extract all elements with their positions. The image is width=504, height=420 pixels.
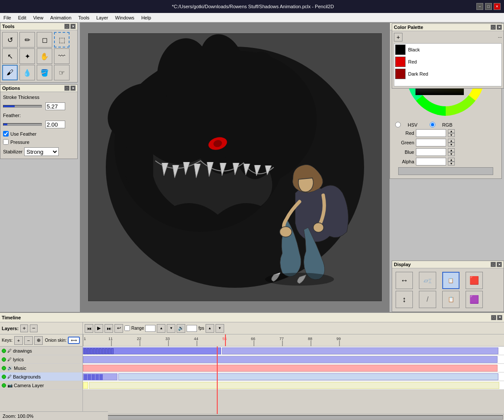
layer-item-drawings[interactable]: 🖊 drawings bbox=[0, 347, 82, 355]
display-close-button[interactable]: ✕ bbox=[497, 262, 502, 267]
flip-horizontal-button[interactable]: ↔ bbox=[396, 272, 413, 289]
menu-animation[interactable]: Animation bbox=[47, 13, 75, 22]
alpha-spin-down[interactable]: ▼ bbox=[448, 162, 455, 165]
palette-item-red[interactable]: Red bbox=[394, 56, 501, 68]
range-spin-up[interactable]: ▲ bbox=[157, 324, 165, 333]
layer-visibility-camera[interactable] bbox=[2, 383, 6, 388]
blue-input[interactable]: 184 bbox=[416, 148, 446, 156]
grid-button[interactable]: / bbox=[419, 291, 436, 308]
keys-duplicate-button[interactable]: ⊕ bbox=[34, 336, 43, 345]
red-input[interactable]: 184 bbox=[416, 129, 446, 137]
feather-input[interactable] bbox=[45, 121, 65, 128]
window-controls[interactable]: − □ ✕ bbox=[476, 3, 501, 10]
volume-button[interactable]: 🔊 bbox=[177, 324, 185, 333]
timeline-restore-button[interactable]: □ bbox=[491, 315, 496, 320]
display-restore-button[interactable]: □ bbox=[491, 262, 496, 267]
rgb-radio[interactable] bbox=[430, 122, 435, 127]
stroke-thickness-slider[interactable] bbox=[3, 105, 42, 108]
layer-visibility-backgrounds[interactable] bbox=[2, 375, 6, 379]
options-close-button[interactable]: ✕ bbox=[70, 86, 76, 91]
go-start-button[interactable]: ⏮ bbox=[85, 324, 93, 333]
keys-remove-button[interactable]: − bbox=[24, 336, 33, 345]
layer-item-backgrounds[interactable]: 🖊 Backgrounds bbox=[0, 372, 82, 381]
range-start-input[interactable]: 1 bbox=[145, 325, 155, 332]
onion-skin-button[interactable]: ⟺ bbox=[68, 337, 80, 344]
close-button[interactable]: ✕ bbox=[494, 3, 501, 10]
palette-restore-button[interactable]: □ bbox=[491, 25, 496, 30]
menu-edit[interactable]: Edit bbox=[15, 13, 30, 22]
playhead[interactable] bbox=[217, 347, 218, 414]
menu-layer[interactable]: Layer bbox=[93, 13, 112, 22]
loop-button[interactable]: ↩ bbox=[114, 324, 123, 333]
svg-point-14 bbox=[265, 273, 333, 286]
menu-help[interactable]: Help bbox=[138, 13, 155, 22]
keys-add-button[interactable]: + bbox=[14, 336, 23, 345]
palette-more-button[interactable]: ··· bbox=[498, 35, 502, 40]
red-spin-up[interactable]: ▲ bbox=[448, 129, 455, 133]
menu-windows[interactable]: Windows bbox=[112, 13, 138, 22]
remove-layer-button[interactable]: − bbox=[30, 325, 38, 332]
options-restore-button[interactable]: □ bbox=[64, 86, 70, 91]
play-button[interactable]: ▶ bbox=[95, 324, 103, 333]
onion-button[interactable]: 📋 bbox=[442, 272, 460, 289]
tools-restore-button[interactable]: □ bbox=[64, 24, 70, 29]
use-feather-checkbox[interactable] bbox=[3, 131, 9, 137]
eyedropper2-tool-button[interactable]: 💧 bbox=[19, 65, 35, 80]
palette-add-button[interactable]: + bbox=[394, 33, 403, 41]
maximize-button[interactable]: □ bbox=[485, 3, 492, 10]
alpha-input[interactable]: 255 bbox=[416, 158, 446, 165]
layer-item-music[interactable]: 🔊 Music bbox=[0, 364, 82, 372]
green-input[interactable]: 184 bbox=[416, 139, 446, 146]
blue-spin-up[interactable]: ▲ bbox=[448, 148, 455, 152]
red-spin-down[interactable]: ▼ bbox=[448, 133, 455, 137]
green-spin-up[interactable]: ▲ bbox=[448, 139, 455, 143]
palette-item-darkred[interactable]: Dark Red bbox=[394, 68, 501, 80]
canvas[interactable] bbox=[88, 33, 382, 301]
layer-item-lyrics[interactable]: 🖊 lyrics bbox=[0, 355, 82, 364]
fps-input[interactable]: 12 bbox=[187, 325, 197, 332]
alpha-spin-up[interactable]: ▲ bbox=[448, 158, 455, 162]
brush-tool-button[interactable]: 🖌 bbox=[2, 65, 18, 80]
layer-item-camera[interactable]: 📷 Camera Layer bbox=[0, 381, 82, 390]
menu-tools[interactable]: Tools bbox=[75, 13, 93, 22]
layer-display-button[interactable]: 📋 bbox=[442, 291, 460, 308]
feather-slider[interactable] bbox=[3, 123, 42, 126]
layer-visibility-drawings[interactable] bbox=[2, 349, 6, 353]
play-loop-button[interactable]: ⏭ bbox=[105, 324, 113, 333]
layer-visibility-music[interactable] bbox=[2, 366, 6, 370]
range-checkbox[interactable] bbox=[124, 325, 130, 331]
hsv-radio[interactable] bbox=[395, 122, 401, 127]
pointer-tool-button[interactable]: ↖ bbox=[2, 48, 18, 64]
menu-file[interactable]: File bbox=[0, 13, 15, 22]
layer-visibility-lyrics[interactable] bbox=[2, 357, 6, 362]
select-tool-button[interactable]: ⬚ bbox=[54, 32, 70, 48]
palette-close-button[interactable]: ✕ bbox=[497, 25, 502, 30]
timeline-close-button[interactable]: ✕ bbox=[497, 315, 502, 320]
add-layer-button[interactable]: + bbox=[20, 325, 28, 332]
fps-spin-down[interactable]: ▼ bbox=[216, 324, 224, 333]
pressure-checkbox[interactable] bbox=[3, 139, 9, 145]
tint2-button[interactable]: 🟪 bbox=[466, 291, 483, 308]
eraser-tool-button[interactable]: ◻ bbox=[37, 32, 52, 48]
palette-item-black[interactable]: Black bbox=[394, 44, 501, 56]
fps-spin-up[interactable]: ▲ bbox=[206, 324, 214, 333]
eyedropper-tool-button[interactable]: ✦ bbox=[19, 48, 35, 64]
menu-view[interactable]: View bbox=[30, 13, 47, 22]
hand-tool-button[interactable]: ✋ bbox=[37, 48, 52, 64]
range-spin-down[interactable]: ▼ bbox=[167, 324, 175, 333]
tools-close-button[interactable]: ✕ bbox=[70, 24, 76, 29]
stroke-thickness-input[interactable] bbox=[45, 102, 65, 110]
smudge-tool-button[interactable]: 〰 bbox=[54, 48, 70, 64]
pencil-tool-button[interactable]: ✏ bbox=[19, 32, 35, 48]
palette-swatch-red bbox=[395, 57, 406, 67]
fill-tool-button[interactable]: 🪣 bbox=[37, 65, 52, 80]
overlay-button[interactable]: ▱⌶ bbox=[419, 272, 436, 289]
minimize-button[interactable]: − bbox=[476, 3, 483, 10]
flip-vertical-button[interactable]: ↕ bbox=[396, 291, 413, 308]
restore-tool-button[interactable]: ↺ bbox=[2, 32, 18, 48]
stabilizer-select[interactable]: None Weak Strong bbox=[24, 147, 59, 156]
blue-spin-down[interactable]: ▼ bbox=[448, 152, 455, 156]
tint-button[interactable]: 🟥 bbox=[466, 272, 483, 289]
green-spin-down[interactable]: ▼ bbox=[448, 143, 455, 146]
grab-tool-button[interactable]: ☞ bbox=[54, 65, 70, 80]
